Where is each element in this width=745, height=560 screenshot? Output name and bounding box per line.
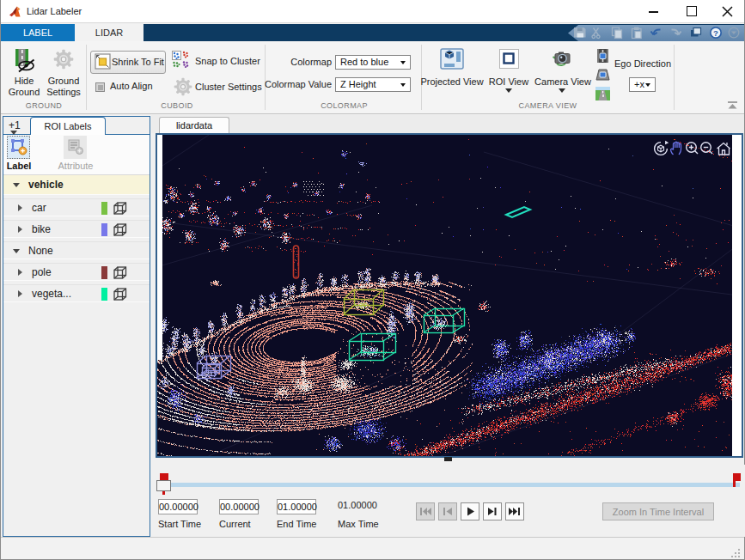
svg-text:?: ? [713,28,718,38]
